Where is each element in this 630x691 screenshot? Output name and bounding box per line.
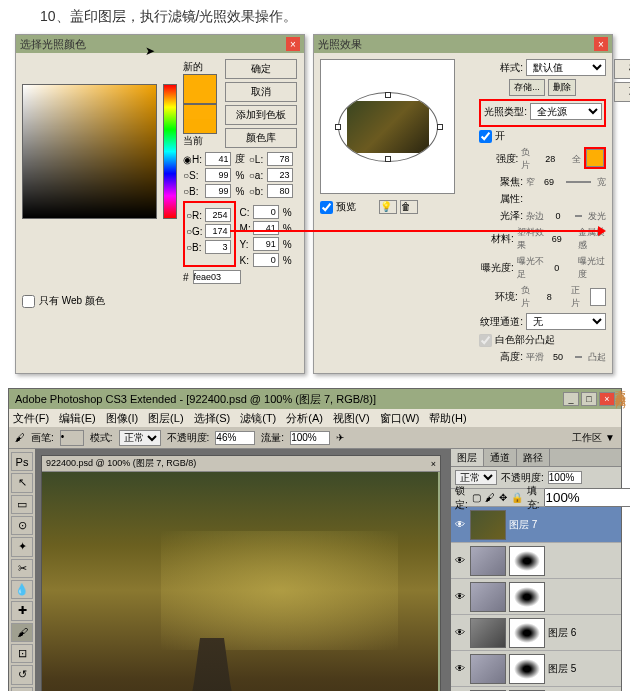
y-input[interactable] [253, 237, 279, 251]
layer-row[interactable]: 👁 图层 5 [451, 651, 621, 687]
lock-transparent-icon[interactable]: ▢ [472, 492, 481, 503]
layer-row[interactable]: 👁 [451, 579, 621, 615]
menu-select[interactable]: 选择(S) [194, 411, 231, 426]
menu-edit[interactable]: 编辑(E) [59, 411, 96, 426]
on-checkbox[interactable] [479, 130, 492, 143]
light-handle[interactable] [385, 156, 391, 162]
visibility-icon[interactable]: 👁 [453, 554, 467, 568]
visibility-icon[interactable]: 👁 [453, 518, 467, 532]
brush-tool[interactable]: 🖌 [11, 623, 33, 642]
tab-channels[interactable]: 通道 [484, 449, 517, 466]
mask-thumbnail[interactable] [509, 654, 545, 684]
layer-row[interactable]: 👁 图层 6 [451, 615, 621, 651]
eraser-tool[interactable]: ◧ [11, 687, 33, 691]
wand-tool[interactable]: ✦ [11, 537, 33, 556]
heal-tool[interactable]: ✚ [11, 601, 33, 620]
bv-input[interactable] [205, 184, 231, 198]
r-input[interactable] [205, 208, 231, 222]
ambience-color-chip[interactable] [590, 288, 606, 306]
menu-image[interactable]: 图像(I) [106, 411, 138, 426]
ps-logo-icon[interactable]: Ps [11, 452, 33, 471]
close-icon[interactable]: × [286, 37, 300, 51]
layer-thumbnail[interactable] [470, 618, 506, 648]
lasso-tool[interactable]: ⊙ [11, 516, 33, 535]
light-add-icon[interactable]: 💡 [379, 200, 397, 214]
h-input[interactable] [205, 152, 231, 166]
move-tool[interactable]: ↖ [11, 473, 33, 492]
r-radio[interactable]: ○R: [186, 210, 203, 221]
opacity-input[interactable] [215, 431, 255, 445]
trash-icon[interactable]: 🗑 [400, 200, 418, 214]
focus-slider[interactable] [566, 181, 591, 183]
m-input[interactable] [253, 221, 279, 235]
visibility-icon[interactable]: 👁 [453, 662, 467, 676]
menu-layer[interactable]: 图层(L) [148, 411, 183, 426]
save-button[interactable]: 存储... [509, 79, 545, 96]
layer-row[interactable]: 👁 [451, 687, 621, 691]
hue-slider[interactable] [163, 84, 177, 219]
add-swatch-button[interactable]: 添加到色板 [225, 105, 297, 125]
menu-file[interactable]: 文件(F) [13, 411, 49, 426]
layer-thumbnail[interactable] [470, 654, 506, 684]
a-input[interactable] [267, 168, 293, 182]
menu-view[interactable]: 视图(V) [333, 411, 370, 426]
layer-thumbnail[interactable] [470, 582, 506, 612]
lock-pixels-icon[interactable]: 🖌 [485, 492, 495, 503]
menu-filter[interactable]: 滤镜(T) [240, 411, 276, 426]
layer-name[interactable]: 图层 5 [548, 662, 619, 676]
layers-list[interactable]: 👁 图层 7 👁 👁 [451, 507, 621, 691]
mask-thumbnail[interactable] [509, 618, 545, 648]
mask-thumbnail[interactable] [509, 582, 545, 612]
lock-all-icon[interactable]: 🔒 [511, 492, 523, 503]
l-radio[interactable]: ○L: [249, 154, 265, 165]
ok-button[interactable]: 确定 [225, 59, 297, 79]
l-input[interactable] [267, 152, 293, 166]
layer-name[interactable]: 图层 6 [548, 626, 619, 640]
marquee-tool[interactable]: ▭ [11, 495, 33, 514]
brush-tool-icon[interactable]: 🖌 [15, 432, 25, 443]
g-input[interactable] [205, 224, 231, 238]
visibility-icon[interactable]: 👁 [453, 590, 467, 604]
bc-radio[interactable]: ○B: [186, 242, 203, 253]
layer-thumbnail[interactable] [470, 510, 506, 540]
close-button[interactable]: × [599, 392, 615, 406]
crop-tool[interactable]: ✂ [11, 559, 33, 578]
doc-close-icon[interactable]: × [431, 459, 436, 469]
cancel-button[interactable]: 取消 [614, 82, 630, 102]
h-radio[interactable]: ◉H: [183, 154, 203, 165]
bv-radio[interactable]: ○B: [183, 186, 203, 197]
color-library-button[interactable]: 颜色库 [225, 128, 297, 148]
layer-name[interactable]: 图层 7 [509, 518, 619, 532]
texture-select[interactable]: 无 [526, 313, 606, 330]
tab-layers[interactable]: 图层 [451, 449, 484, 466]
light-color-chip[interactable] [586, 149, 604, 167]
brush-preset[interactable]: • [60, 430, 84, 446]
minimize-button[interactable]: _ [563, 392, 579, 406]
history-brush-tool[interactable]: ↺ [11, 665, 33, 684]
delete-button[interactable]: 删除 [548, 79, 576, 96]
menu-analysis[interactable]: 分析(A) [286, 411, 323, 426]
maximize-button[interactable]: □ [581, 392, 597, 406]
cancel-button[interactable]: 取消 [225, 82, 297, 102]
light-type-select[interactable]: 全光源 [530, 103, 602, 120]
layer-opacity-input[interactable] [548, 471, 582, 484]
light-handle[interactable] [385, 92, 391, 98]
k-input[interactable] [253, 253, 279, 267]
mask-thumbnail[interactable] [509, 546, 545, 576]
s-radio[interactable]: ○S: [183, 170, 203, 181]
a-radio[interactable]: ○a: [249, 170, 265, 181]
layer-row[interactable]: 👁 图层 7 [451, 507, 621, 543]
workspace-menu[interactable]: 工作区 ▼ [572, 431, 615, 445]
style-select[interactable]: 默认值 [526, 59, 606, 76]
layer-row[interactable]: 👁 [451, 543, 621, 579]
b-input[interactable] [267, 184, 293, 198]
b-input[interactable] [205, 240, 231, 254]
s-input[interactable] [205, 168, 231, 182]
tab-paths[interactable]: 路径 [517, 449, 550, 466]
layer-thumbnail[interactable] [470, 546, 506, 576]
airbrush-icon[interactable]: ✈ [336, 432, 344, 443]
light-handle[interactable] [437, 124, 443, 130]
close-icon[interactable]: × [594, 37, 608, 51]
menu-window[interactable]: 窗口(W) [380, 411, 420, 426]
canvas[interactable] [42, 472, 438, 691]
